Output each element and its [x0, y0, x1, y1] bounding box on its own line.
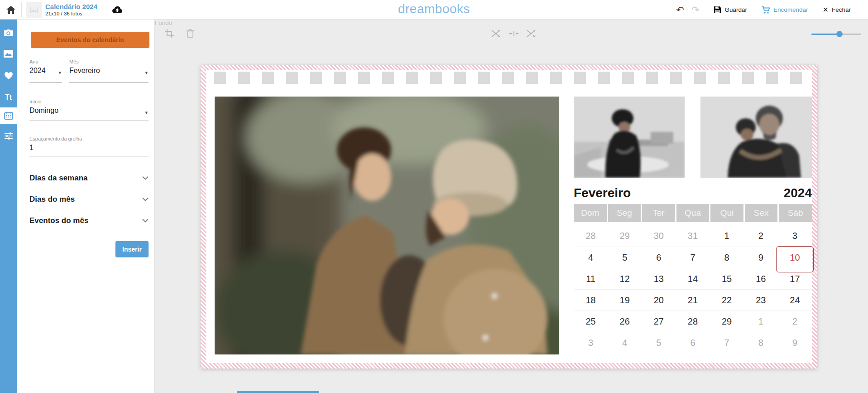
calendar-date-cell[interactable]: 7 [676, 247, 710, 268]
day-header-cell: Sáb [779, 204, 812, 222]
calendar-date-cell[interactable]: 4 [574, 247, 608, 268]
day-header-cell: Seg [608, 204, 641, 222]
calendar-date-cell[interactable]: 23 [744, 289, 778, 311]
calendar-date-cell[interactable]: 8 [744, 332, 778, 353]
zoom-slider-thumb[interactable] [836, 31, 843, 37]
collapsible-section[interactable]: Dias da semana [29, 167, 149, 189]
calendar-date-cell[interactable]: 3 [574, 332, 608, 353]
calendar-date-cell[interactable]: 11 [574, 268, 608, 289]
calendar-date-cell[interactable]: 5 [642, 332, 676, 353]
binding-holes [214, 72, 810, 84]
day-header-cell: Dom [574, 204, 607, 222]
floppy-disk-icon [714, 6, 721, 14]
calendar-date-cell[interactable]: 26 [608, 311, 642, 332]
photo-small-hug[interactable] [700, 97, 812, 178]
calendar-date-cell[interactable]: 3 [778, 225, 812, 247]
trash-icon[interactable] [186, 29, 194, 40]
calendar-date-cell[interactable]: 5 [608, 247, 642, 268]
chevron-down-icon [142, 197, 149, 201]
calendar-page[interactable]: Fevereiro 2024 Dom Seg Ter Qua Qui [201, 65, 817, 369]
swap-horizontal-icon[interactable] [508, 29, 519, 40]
calendar-date-cell[interactable]: 10 [778, 247, 812, 268]
calendar-date-cell[interactable]: 8 [710, 247, 744, 268]
calendar-date-cell[interactable]: 27 [642, 311, 676, 332]
dropdown-caret-icon: ▾ [145, 110, 148, 116]
calendar-date-cell[interactable]: 17 [778, 268, 812, 289]
calendar-date-cell[interactable]: 30 [642, 225, 676, 247]
calendar-date-cell[interactable]: 1 [710, 225, 744, 247]
calendar-date-cell[interactable]: 14 [676, 268, 710, 289]
sliders-icon [4, 132, 13, 140]
year-select[interactable]: Ano 2024 ▾ [29, 59, 62, 83]
grid-spacing-value: 1 [29, 144, 149, 152]
calendar-date-cell[interactable]: 31 [676, 225, 710, 247]
calendar-month-name[interactable]: Fevereiro [574, 186, 631, 200]
calendar-date-cell[interactable]: 15 [710, 268, 744, 289]
week-start-select[interactable]: Início Domingo ▾ [29, 99, 149, 121]
calendar-events-button[interactable]: Eventos do calendário [31, 32, 149, 48]
calendar-date-cell[interactable]: 22 [710, 289, 744, 311]
section-title: Dias da semana [29, 174, 88, 183]
calendar-date-cell[interactable]: 2 [778, 311, 812, 332]
calendar-date-cell[interactable]: 21 [676, 289, 710, 311]
calendar-date-cell[interactable]: 13 [642, 268, 676, 289]
calendar-year[interactable]: 2024 [784, 186, 812, 200]
calendar-date-cell[interactable]: 1 [744, 311, 778, 332]
day-header-cell: Qua [676, 204, 710, 222]
photo-main-couple[interactable] [215, 97, 559, 354]
grid-spacing-label: Espaçamento da grelha [29, 136, 149, 141]
calendar-date-cell[interactable]: 6 [642, 247, 676, 268]
insert-button[interactable]: Inserir [115, 241, 149, 257]
calendar-date-cell[interactable]: 4 [608, 332, 642, 353]
calendar-date-cell[interactable]: 6 [676, 332, 710, 353]
sidebar-item-text[interactable]: Tt [0, 89, 17, 106]
picture-icon [4, 50, 13, 58]
calendar-page-inner: Fevereiro 2024 Dom Seg Ter Qua Qui [206, 70, 812, 363]
sidebar-item-favorites[interactable] [0, 68, 17, 84]
tool-rail: Tt [0, 19, 17, 393]
crop-icon[interactable] [164, 29, 174, 40]
calendar-date-cell[interactable]: 7 [710, 332, 744, 353]
collapsible-section[interactable]: Eventos do mês [29, 210, 149, 231]
cloud-upload-icon[interactable] [111, 4, 123, 16]
save-button[interactable]: Guardar [714, 6, 747, 14]
section-title: Eventos do mês [29, 216, 88, 225]
project-thumbnail[interactable] [26, 2, 42, 18]
calendar-date-cell[interactable]: 24 [778, 289, 812, 311]
undo-icon[interactable]: ↶ [676, 5, 684, 15]
editor-canvas: Fundo [155, 19, 868, 393]
calendar-date-cell[interactable]: 2 [744, 225, 778, 247]
calendar-date-cell[interactable]: 18 [574, 289, 608, 311]
sidebar-item-calendar[interactable] [0, 107, 17, 124]
calendar-date-cell[interactable]: 19 [608, 289, 642, 311]
close-button[interactable]: ✕ Fechar [823, 6, 851, 14]
home-icon[interactable] [5, 5, 16, 15]
zoom-slider[interactable] [811, 31, 861, 37]
photo-small-seaside[interactable] [574, 97, 685, 178]
shuffle-icon[interactable] [490, 29, 501, 40]
calendar-date-cell[interactable]: 25 [574, 311, 608, 332]
calendar-date-cell[interactable]: 9 [744, 247, 778, 268]
sidebar-item-pictures[interactable] [0, 45, 17, 62]
calendar-date-cell[interactable]: 29 [608, 225, 642, 247]
shuffle-icon[interactable] [526, 29, 537, 40]
background-delete-label[interactable]: Fundo [155, 19, 868, 26]
order-button[interactable]: Encomendar [762, 6, 808, 14]
calendar-date-cell[interactable]: 28 [676, 311, 710, 332]
calendar-date-cell[interactable]: 16 [744, 268, 778, 289]
grid-spacing-input[interactable]: Espaçamento da grelha 1 [29, 136, 149, 156]
calendar-icon [4, 112, 13, 120]
calendar-date-cell[interactable]: 29 [710, 311, 744, 332]
calendar-date-cell[interactable]: 12 [608, 268, 642, 289]
calendar-date-cell[interactable]: 20 [642, 289, 676, 311]
month-select[interactable]: Mês Fevereiro ▾ [69, 59, 149, 83]
horizontal-scroll-indicator[interactable] [237, 391, 319, 393]
text-tool-icon: Tt [5, 93, 12, 102]
calendar-settings-panel: Eventos do calendário Ano 2024 ▾ Mês Fev… [17, 19, 155, 393]
redo-icon: ↷ [691, 5, 700, 15]
collapsible-section[interactable]: Dias do mês [29, 189, 149, 210]
sidebar-item-photos[interactable] [0, 24, 17, 41]
sidebar-item-adjustments[interactable] [0, 128, 17, 144]
calendar-date-cell[interactable]: 9 [778, 332, 812, 353]
calendar-date-cell[interactable]: 28 [574, 225, 608, 247]
